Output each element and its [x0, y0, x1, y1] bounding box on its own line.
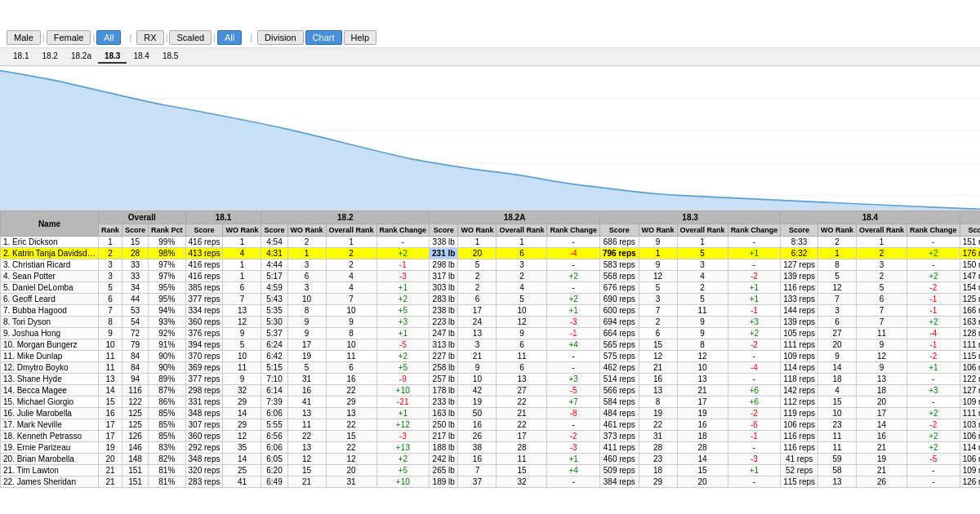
- cell-181-wo: 41: [223, 476, 261, 488]
- cell-182-rc: +2: [376, 248, 430, 259]
- cell-182a-wo: 7: [458, 465, 497, 476]
- cell-182a-wo: 9: [458, 362, 497, 374]
- table-row: 12. Dmytro Boyko118490%369 reps115:1556+…: [1, 362, 981, 374]
- cell-183-or: 15: [677, 465, 728, 476]
- cell-182a-wo: 16: [458, 419, 497, 431]
- cell-182-score: 4:59: [261, 282, 287, 294]
- table-row: 5. Daniel DeLomba53495%385 reps64:5934+1…: [1, 282, 981, 294]
- cell-182a-rc: -1: [547, 328, 600, 339]
- separator6: |: [250, 33, 252, 42]
- cell-184-or: 18: [857, 385, 907, 397]
- cell-overall-score: 148: [122, 454, 149, 465]
- cell-182a-or: 3: [497, 259, 547, 271]
- cell-183-score: 690 reps: [599, 294, 639, 305]
- cell-182-rc: +10: [376, 385, 430, 397]
- male-button[interactable]: Male: [7, 30, 41, 45]
- cell-184-or: 14: [857, 419, 907, 431]
- cell-name: 13. Shane Hyde: [1, 374, 99, 385]
- cell-182-rc: +5: [376, 465, 430, 476]
- cell-182a-or: 22: [497, 419, 547, 431]
- cell-overall-rank: 14: [99, 385, 122, 397]
- tab-183[interactable]: 18.3: [98, 50, 127, 64]
- cell-183-wo: 21: [639, 362, 677, 374]
- cell-182-rc: -3: [376, 431, 430, 442]
- cell-182a-rc: -: [547, 282, 600, 294]
- cell-182-or: 20: [326, 465, 376, 476]
- cell-182-rc: -21: [376, 397, 430, 408]
- female-button[interactable]: Female: [47, 30, 91, 45]
- cell-182-wo: 17: [287, 339, 326, 351]
- cell-name: 3. Christian Ricard: [1, 259, 99, 271]
- table-row: 6. Geoff Leard64495%377 reps75:43107+228…: [1, 294, 981, 305]
- cell-184-or: 17: [857, 408, 907, 419]
- cell-182a-wo: 16: [458, 454, 497, 465]
- cell-name: 14. Becca Magee: [1, 385, 99, 397]
- tab-182a[interactable]: 18.2a: [65, 50, 98, 64]
- cell-182a-or: 12: [497, 317, 547, 328]
- cell-rank-pct: 95%: [149, 294, 186, 305]
- cell-184-score: 116 reps: [781, 442, 818, 454]
- cell-182-wo: 15: [287, 465, 326, 476]
- cell-182-wo: 2: [287, 237, 326, 248]
- tab-184[interactable]: 18.4: [127, 50, 155, 64]
- cell-overall-rank: 3: [99, 259, 122, 271]
- cell-184-wo: 59: [818, 454, 857, 465]
- cell-rank-pct: 90%: [149, 351, 186, 362]
- cell-184-wo: 11: [818, 431, 857, 442]
- cell-182-score: 5:35: [261, 305, 287, 317]
- cell-name: 11. Mike Dunlap: [1, 351, 99, 362]
- all-type-button[interactable]: All: [217, 30, 242, 45]
- cell-overall-rank: 7: [99, 305, 122, 317]
- cell-184-rc: +2: [907, 408, 960, 419]
- cell-182a-wo: 3: [458, 339, 497, 351]
- leaderboard-table: Name Overall 18.1 18.2 18.2A 18.3 18.4 1…: [0, 210, 980, 488]
- separator5: |: [213, 33, 216, 42]
- cell-183-wo: 29: [639, 476, 677, 488]
- cell-overall-score: 151: [122, 465, 149, 476]
- cell-182-or: 29: [326, 397, 376, 408]
- tab-182[interactable]: 18.2: [35, 50, 64, 64]
- sub-184-score: Score: [781, 224, 818, 237]
- scaled-button[interactable]: Scaled: [169, 30, 212, 45]
- tab-181[interactable]: 18.1: [7, 50, 35, 64]
- all-gender-button[interactable]: All: [96, 30, 121, 45]
- cell-182a-score: 189 lb: [430, 476, 458, 488]
- cell-184-wo: 3: [818, 305, 857, 317]
- cell-185-score: 126 reps: [960, 476, 980, 488]
- cell-183-or: 21: [677, 385, 728, 397]
- cell-overall-score: 54: [122, 317, 149, 328]
- rx-button[interactable]: RX: [136, 30, 163, 45]
- chart-button[interactable]: Chart: [305, 30, 342, 45]
- table-row: 9. Joshua Hong97292%376 reps95:3798+1247…: [1, 328, 981, 339]
- cell-overall-score: 79: [122, 339, 149, 351]
- cell-183-or: 5: [677, 294, 728, 305]
- cell-182a-or: 32: [497, 476, 547, 488]
- cell-184-wo: 15: [818, 397, 857, 408]
- cell-181-score: 416 reps: [185, 259, 223, 271]
- tab-185[interactable]: 18.5: [156, 50, 185, 64]
- division-button[interactable]: Division: [257, 30, 304, 45]
- col-overall: Overall: [99, 211, 186, 224]
- cell-182-or: 22: [326, 385, 376, 397]
- cell-183-rc: -4: [728, 362, 781, 374]
- cell-182-score: 4:31: [261, 248, 287, 259]
- cell-overall-score: 33: [122, 259, 149, 271]
- cell-182a-wo: 2: [458, 282, 497, 294]
- cell-184-wo: 20: [818, 339, 857, 351]
- help-button[interactable]: Help: [344, 30, 377, 45]
- table-row: 11. Mike Dunlap118490%370 reps106:421911…: [1, 351, 981, 362]
- cell-rank-pct: 81%: [149, 465, 186, 476]
- cell-182-or: 22: [326, 442, 376, 454]
- cell-184-wo: 5: [818, 271, 857, 282]
- cell-rank-pct: 93%: [149, 317, 186, 328]
- cell-rank-pct: 91%: [149, 339, 186, 351]
- cell-185-score: 111 reps: [960, 339, 980, 351]
- cell-184-rc: -: [907, 397, 960, 408]
- cell-185-score: 166 reps: [960, 305, 980, 317]
- separator1: |: [42, 33, 45, 42]
- cell-overall-score: 125: [122, 408, 149, 419]
- cell-185-score: 109 reps: [960, 465, 980, 476]
- cell-181-wo: 4: [223, 248, 261, 259]
- sub-score: Score: [122, 224, 149, 237]
- cell-183-or: 1: [677, 237, 728, 248]
